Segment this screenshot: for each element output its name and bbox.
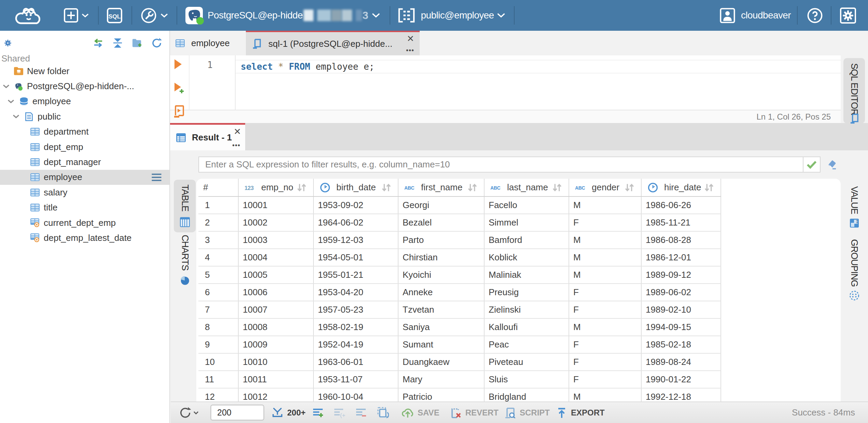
grid-cell[interactable]: 1957-05-23 <box>313 301 398 318</box>
grid-cell[interactable]: 1959-12-03 <box>313 231 398 249</box>
grid-cell[interactable]: 10008 <box>238 318 313 336</box>
grid-cell[interactable]: Anneke <box>398 284 484 301</box>
navigator-settings-icon[interactable] <box>3 39 12 47</box>
grid-cell[interactable]: Kyoichi <box>398 266 484 284</box>
grid-cell[interactable]: 1989-09-12 <box>641 266 721 284</box>
grid-cell[interactable]: M <box>569 231 641 249</box>
grid-cell[interactable]: Kalloufi <box>484 318 569 336</box>
editor-tab-employee[interactable]: employee <box>170 31 246 55</box>
tree-item-current-dept-emp[interactable]: current_dept_emp <box>0 215 169 230</box>
grid-cell[interactable]: F <box>569 353 641 371</box>
tree-item-salary[interactable]: salary <box>0 185 169 200</box>
grid-cell[interactable]: 10004 <box>238 249 313 266</box>
row-number-cell[interactable]: 6 <box>198 284 238 301</box>
grid-cell[interactable]: 1986-08-28 <box>641 231 721 249</box>
row-number-cell[interactable]: 2 <box>198 214 238 231</box>
grid-cell[interactable]: 10002 <box>238 214 313 231</box>
grid-cell[interactable]: 10011 <box>238 371 313 388</box>
grid-cell[interactable]: 1986-12-01 <box>641 249 721 266</box>
grid-cell[interactable]: 1963-06-01 <box>313 353 398 371</box>
duplicate-row-button[interactable]: (+) <box>334 407 345 418</box>
close-icon[interactable]: ✕ <box>234 127 241 136</box>
paste-cell-button[interactable] <box>377 407 389 419</box>
grid-cell[interactable]: 1989-06-02 <box>641 284 721 301</box>
column-header-rownum[interactable]: # <box>198 179 238 196</box>
row-number-cell[interactable]: 8 <box>198 318 238 336</box>
tree-item-public[interactable]: public <box>0 109 169 124</box>
grid-cell[interactable]: F <box>569 214 641 231</box>
collapse-all-icon[interactable] <box>113 38 123 48</box>
sort-icon[interactable] <box>382 183 391 192</box>
chevron-down-icon[interactable] <box>13 113 19 120</box>
add-row-button[interactable] <box>312 407 323 418</box>
execute-script-icon[interactable] <box>173 105 184 118</box>
tree-item-employee[interactable]: employee <box>0 170 169 185</box>
revert-button[interactable]: REVERT <box>450 407 499 418</box>
grid-cell[interactable]: Tzvetan <box>398 301 484 318</box>
clear-filter-icon[interactable] <box>826 160 837 169</box>
column-header-hire_date[interactable]: hire_date <box>641 179 721 196</box>
row-number-cell[interactable]: 5 <box>198 266 238 284</box>
grid-cell[interactable]: 1964-06-02 <box>313 214 398 231</box>
sort-icon[interactable] <box>625 183 634 192</box>
new-folder-icon[interactable] <box>132 38 142 48</box>
tools-button[interactable] <box>140 7 168 24</box>
grid-cell[interactable]: F <box>569 336 641 353</box>
grid-cell[interactable]: Mary <box>398 371 484 388</box>
grid-cell[interactable]: M <box>569 196 641 214</box>
grid-cell[interactable]: Preusig <box>484 284 569 301</box>
grid-cell[interactable]: Bezalel <box>398 214 484 231</box>
schema-selector[interactable]: public@employee <box>398 8 505 23</box>
grid-cell[interactable]: Georgi <box>398 196 484 214</box>
connection-selector[interactable]: PostgreSQL@ep-hidde 3 <box>185 7 380 24</box>
fetch-more-button[interactable]: 200+ <box>272 407 306 418</box>
execute-new-tab-icon[interactable] <box>173 82 184 94</box>
grid-cell[interactable]: 1952-04-19 <box>313 336 398 353</box>
editor-code-area[interactable]: select * FROM employee e; <box>236 55 841 110</box>
grid-cell[interactable]: 1990-01-22 <box>641 371 721 388</box>
panel-tab-value[interactable]: VALUEI <box>843 186 865 231</box>
tree-item-postgresql-ep-hidden-[interactable]: PostgreSQL@ep-hidden-... <box>0 79 169 94</box>
grid-cell[interactable]: Peac <box>484 336 569 353</box>
sync-connection-icon[interactable] <box>93 38 103 48</box>
sort-icon[interactable] <box>297 183 306 192</box>
grid-cell[interactable]: M <box>569 266 641 284</box>
close-icon[interactable]: ✕ <box>407 34 414 43</box>
grid-cell[interactable]: F <box>569 301 641 318</box>
grid-cell[interactable]: 10005 <box>238 266 313 284</box>
chevron-down-icon[interactable] <box>8 98 14 105</box>
delete-row-button[interactable] <box>355 407 366 418</box>
user-menu[interactable]: cloudbeaver <box>720 8 791 23</box>
grid-cell[interactable]: Chirstian <box>398 249 484 266</box>
row-number-cell[interactable]: 9 <box>198 336 238 353</box>
grid-cell[interactable]: Zielinski <box>484 301 569 318</box>
tree-item-dept-emp-latest-date[interactable]: dept_emp_latest_date <box>0 230 169 245</box>
grid-cell[interactable]: 1954-05-01 <box>313 249 398 266</box>
sort-icon[interactable] <box>468 183 477 192</box>
chevron-down-icon[interactable] <box>3 83 10 90</box>
row-number-cell[interactable]: 4 <box>198 249 238 266</box>
column-header-last_name[interactable]: ABClast_name <box>484 179 569 196</box>
tree-item-dept-manager[interactable]: dept_manager <box>0 154 169 169</box>
grid-cell[interactable]: Parto <box>398 231 484 249</box>
grid-cell[interactable]: 1958-02-19 <box>313 318 398 336</box>
row-number-cell[interactable]: 1 <box>198 196 238 214</box>
column-header-birth_date[interactable]: birth_date <box>313 179 398 196</box>
tree-item-new-folder[interactable]: New folder <box>0 64 169 79</box>
tree-item-employee[interactable]: employee <box>0 94 169 109</box>
grid-cell[interactable]: 1953-04-20 <box>313 284 398 301</box>
grid-cell[interactable]: 10010 <box>238 353 313 371</box>
grid-cell[interactable]: M <box>569 318 641 336</box>
script-button[interactable]: SCRIPT <box>505 407 550 418</box>
grid-cell[interactable]: 10009 <box>238 336 313 353</box>
presentation-tab-table[interactable]: TABLE <box>174 180 196 232</box>
grid-cell[interactable]: Bamford <box>484 231 569 249</box>
grid-cell[interactable]: 10003 <box>238 231 313 249</box>
grid-cell[interactable]: Simmel <box>484 214 569 231</box>
apply-filter-button[interactable] <box>803 156 821 173</box>
row-number-cell[interactable]: 10 <box>198 353 238 371</box>
sort-icon[interactable] <box>704 183 714 192</box>
column-header-first_name[interactable]: ABCfirst_name <box>398 179 484 196</box>
result-tab[interactable]: Result - 1 ✕ ••• <box>170 123 245 150</box>
panel-tab-sql-editor[interactable]: SQL EDITOR <box>843 58 865 123</box>
